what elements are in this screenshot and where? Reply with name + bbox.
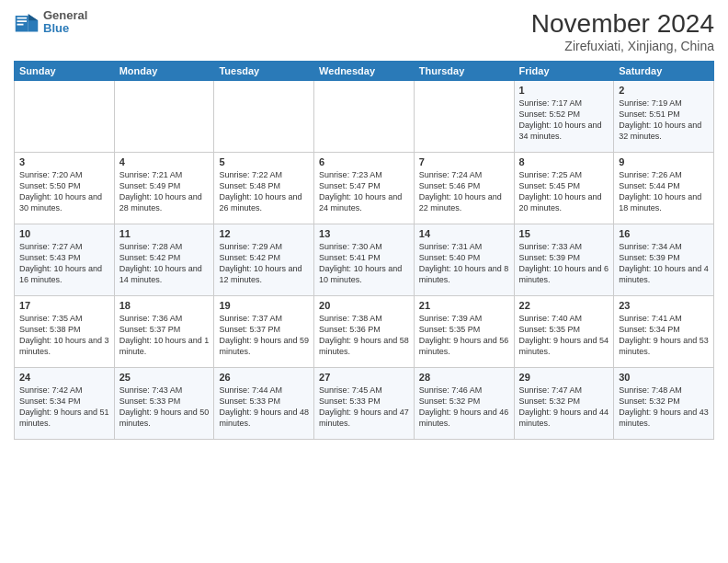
cell-info: Sunrise: 7:30 AM Sunset: 5:41 PM Dayligh… [319, 241, 409, 286]
day-number: 27 [319, 372, 409, 383]
day-number: 2 [619, 85, 709, 96]
week-row-4: 17Sunrise: 7:35 AM Sunset: 5:38 PM Dayli… [15, 296, 714, 368]
cell-info: Sunrise: 7:44 AM Sunset: 5:33 PM Dayligh… [219, 385, 309, 430]
cell-2-7: 9Sunrise: 7:26 AM Sunset: 5:44 PM Daylig… [614, 153, 714, 224]
logo-line1: General [43, 9, 87, 22]
cell-info: Sunrise: 7:19 AM Sunset: 5:51 PM Dayligh… [619, 98, 709, 143]
logo-icon [14, 9, 40, 35]
week-row-5: 24Sunrise: 7:42 AM Sunset: 5:34 PM Dayli… [15, 368, 714, 440]
cell-info: Sunrise: 7:24 AM Sunset: 5:46 PM Dayligh… [419, 169, 509, 214]
svg-rect-5 [17, 21, 28, 23]
day-number: 17 [19, 300, 109, 311]
cell-info: Sunrise: 7:42 AM Sunset: 5:34 PM Dayligh… [19, 385, 109, 430]
day-number: 8 [519, 156, 609, 167]
cell-4-3: 19Sunrise: 7:37 AM Sunset: 5:37 PM Dayli… [214, 296, 314, 368]
cell-3-6: 15Sunrise: 7:33 AM Sunset: 5:39 PM Dayli… [514, 224, 614, 296]
cell-3-7: 16Sunrise: 7:34 AM Sunset: 5:39 PM Dayli… [614, 224, 714, 296]
cell-info: Sunrise: 7:25 AM Sunset: 5:45 PM Dayligh… [519, 169, 609, 214]
col-friday: Friday [514, 62, 614, 81]
header: General Blue November 2024 Zirefuxiati, … [14, 9, 714, 53]
cell-info: Sunrise: 7:22 AM Sunset: 5:48 PM Dayligh… [219, 169, 309, 214]
cell-2-4: 6Sunrise: 7:23 AM Sunset: 5:47 PM Daylig… [314, 153, 415, 224]
cell-info: Sunrise: 7:27 AM Sunset: 5:43 PM Dayligh… [19, 241, 109, 286]
day-number: 4 [119, 156, 210, 167]
day-number: 10 [19, 228, 109, 239]
svg-rect-6 [17, 24, 24, 26]
cell-3-4: 13Sunrise: 7:30 AM Sunset: 5:41 PM Dayli… [314, 224, 415, 296]
cell-1-5 [414, 81, 514, 153]
col-monday: Monday [114, 62, 214, 81]
calendar-body: 1Sunrise: 7:17 AM Sunset: 5:52 PM Daylig… [15, 81, 714, 440]
cell-3-3: 12Sunrise: 7:29 AM Sunset: 5:42 PM Dayli… [214, 224, 314, 296]
cell-info: Sunrise: 7:20 AM Sunset: 5:50 PM Dayligh… [19, 169, 109, 214]
calendar-page: General Blue November 2024 Zirefuxiati, … [0, 0, 728, 563]
cell-3-1: 10Sunrise: 7:27 AM Sunset: 5:43 PM Dayli… [15, 224, 115, 296]
day-number: 12 [219, 228, 309, 239]
cell-info: Sunrise: 7:29 AM Sunset: 5:42 PM Dayligh… [219, 241, 309, 286]
week-row-3: 10Sunrise: 7:27 AM Sunset: 5:43 PM Dayli… [15, 224, 714, 296]
cell-1-2 [114, 81, 214, 153]
header-row: Sunday Monday Tuesday Wednesday Thursday… [15, 62, 714, 81]
cell-2-3: 5Sunrise: 7:22 AM Sunset: 5:48 PM Daylig… [214, 153, 314, 224]
calendar-header: Sunday Monday Tuesday Wednesday Thursday… [15, 62, 714, 81]
cell-2-2: 4Sunrise: 7:21 AM Sunset: 5:49 PM Daylig… [114, 153, 214, 224]
cell-4-6: 22Sunrise: 7:40 AM Sunset: 5:35 PM Dayli… [514, 296, 614, 368]
cell-info: Sunrise: 7:35 AM Sunset: 5:38 PM Dayligh… [19, 313, 109, 358]
day-number: 6 [319, 156, 409, 167]
title-block: November 2024 Zirefuxiati, Xinjiang, Chi… [531, 9, 714, 53]
cell-info: Sunrise: 7:23 AM Sunset: 5:47 PM Dayligh… [319, 169, 409, 214]
cell-info: Sunrise: 7:47 AM Sunset: 5:32 PM Dayligh… [519, 385, 609, 430]
cell-4-7: 23Sunrise: 7:41 AM Sunset: 5:34 PM Dayli… [614, 296, 714, 368]
cell-5-2: 25Sunrise: 7:43 AM Sunset: 5:33 PM Dayli… [114, 368, 214, 440]
col-tuesday: Tuesday [214, 62, 314, 81]
week-row-2: 3Sunrise: 7:20 AM Sunset: 5:50 PM Daylig… [15, 153, 714, 224]
day-number: 23 [619, 300, 709, 311]
cell-info: Sunrise: 7:33 AM Sunset: 5:39 PM Dayligh… [519, 241, 609, 286]
col-saturday: Saturday [614, 62, 714, 81]
cell-2-6: 8Sunrise: 7:25 AM Sunset: 5:45 PM Daylig… [514, 153, 614, 224]
cell-1-6: 1Sunrise: 7:17 AM Sunset: 5:52 PM Daylig… [514, 81, 614, 153]
day-number: 16 [619, 228, 709, 239]
cell-5-6: 29Sunrise: 7:47 AM Sunset: 5:32 PM Dayli… [514, 368, 614, 440]
day-number: 3 [19, 156, 109, 167]
day-number: 26 [219, 372, 309, 383]
cell-5-1: 24Sunrise: 7:42 AM Sunset: 5:34 PM Dayli… [15, 368, 115, 440]
week-row-1: 1Sunrise: 7:17 AM Sunset: 5:52 PM Daylig… [15, 81, 714, 153]
subtitle: Zirefuxiati, Xinjiang, China [531, 39, 714, 53]
cell-4-1: 17Sunrise: 7:35 AM Sunset: 5:38 PM Dayli… [15, 296, 115, 368]
calendar-table: Sunday Monday Tuesday Wednesday Thursday… [14, 61, 714, 440]
cell-info: Sunrise: 7:46 AM Sunset: 5:32 PM Dayligh… [419, 385, 509, 430]
col-wednesday: Wednesday [314, 62, 415, 81]
cell-1-4 [314, 81, 415, 153]
cell-4-5: 21Sunrise: 7:39 AM Sunset: 5:35 PM Dayli… [414, 296, 514, 368]
cell-info: Sunrise: 7:31 AM Sunset: 5:40 PM Dayligh… [419, 241, 509, 286]
col-thursday: Thursday [414, 62, 514, 81]
logo: General Blue [14, 9, 87, 36]
svg-rect-4 [17, 17, 28, 19]
cell-info: Sunrise: 7:34 AM Sunset: 5:39 PM Dayligh… [619, 241, 709, 286]
cell-info: Sunrise: 7:28 AM Sunset: 5:42 PM Dayligh… [119, 241, 210, 286]
cell-info: Sunrise: 7:17 AM Sunset: 5:52 PM Dayligh… [519, 98, 609, 143]
cell-info: Sunrise: 7:40 AM Sunset: 5:35 PM Dayligh… [519, 313, 609, 358]
cell-3-2: 11Sunrise: 7:28 AM Sunset: 5:42 PM Dayli… [114, 224, 214, 296]
cell-info: Sunrise: 7:48 AM Sunset: 5:32 PM Dayligh… [619, 385, 709, 430]
cell-5-5: 28Sunrise: 7:46 AM Sunset: 5:32 PM Dayli… [414, 368, 514, 440]
cell-5-7: 30Sunrise: 7:48 AM Sunset: 5:32 PM Dayli… [614, 368, 714, 440]
cell-5-3: 26Sunrise: 7:44 AM Sunset: 5:33 PM Dayli… [214, 368, 314, 440]
cell-1-1 [15, 81, 115, 153]
logo-line2: Blue [43, 22, 87, 35]
cell-info: Sunrise: 7:36 AM Sunset: 5:37 PM Dayligh… [119, 313, 210, 358]
day-number: 21 [419, 300, 509, 311]
cell-3-5: 14Sunrise: 7:31 AM Sunset: 5:40 PM Dayli… [414, 224, 514, 296]
day-number: 30 [619, 372, 709, 383]
cell-info: Sunrise: 7:26 AM Sunset: 5:44 PM Dayligh… [619, 169, 709, 214]
day-number: 1 [519, 85, 609, 96]
cell-info: Sunrise: 7:39 AM Sunset: 5:35 PM Dayligh… [419, 313, 509, 358]
day-number: 7 [419, 156, 509, 167]
cell-info: Sunrise: 7:38 AM Sunset: 5:36 PM Dayligh… [319, 313, 409, 358]
cell-2-1: 3Sunrise: 7:20 AM Sunset: 5:50 PM Daylig… [15, 153, 115, 224]
day-number: 11 [119, 228, 210, 239]
day-number: 13 [319, 228, 409, 239]
day-number: 25 [119, 372, 210, 383]
day-number: 18 [119, 300, 210, 311]
